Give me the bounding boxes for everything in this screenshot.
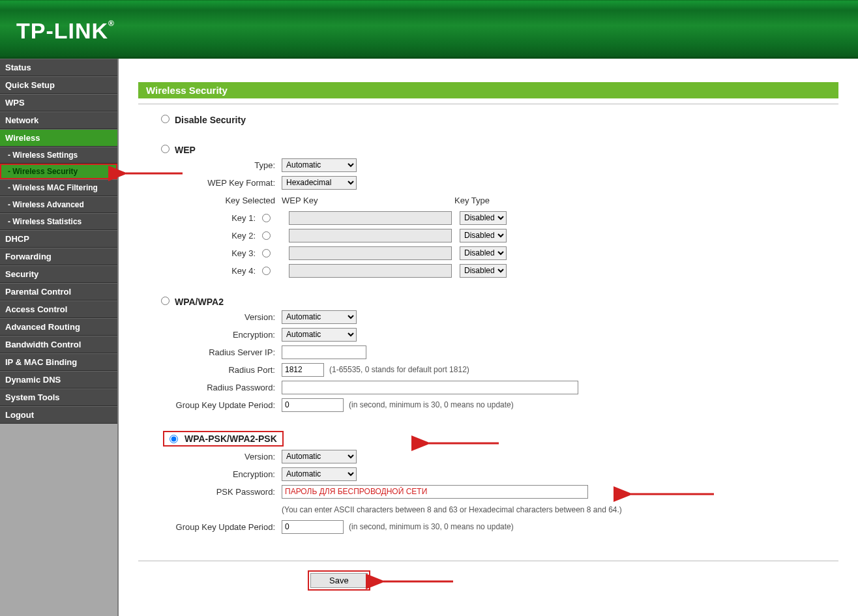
select-key2-type[interactable]: Disabled bbox=[460, 229, 507, 242]
nav-dhcp[interactable]: DHCP bbox=[0, 230, 117, 248]
nav-advanced-routing[interactable]: Advanced Routing bbox=[0, 318, 117, 336]
section-wep: WEP bbox=[175, 145, 196, 155]
hint-radius-port: (1-65535, 0 stands for default port 1812… bbox=[329, 365, 469, 374]
nav-wireless-mac-filtering[interactable]: - Wireless MAC Filtering bbox=[0, 179, 117, 196]
input-key2[interactable] bbox=[289, 229, 452, 242]
label-key-selected: Key Selected bbox=[138, 196, 282, 205]
label-key3: Key 3: bbox=[138, 248, 262, 258]
label-key2: Key 2: bbox=[138, 231, 262, 241]
nav-system-tools[interactable]: System Tools bbox=[0, 389, 117, 406]
input-key1[interactable] bbox=[289, 211, 452, 225]
input-key4[interactable] bbox=[289, 264, 452, 278]
save-button[interactable]: Save bbox=[310, 573, 368, 588]
sidebar: Status Quick Setup WPS Network Wireless … bbox=[0, 59, 119, 616]
nav-wireless-security[interactable]: - Wireless Security bbox=[0, 164, 117, 179]
brand-text: TP-LINK bbox=[16, 18, 108, 43]
input-psk-gkup[interactable] bbox=[282, 520, 344, 534]
input-radius-port[interactable] bbox=[282, 363, 324, 377]
section-wpa-psk: WPA-PSK/WPA2-PSK bbox=[185, 433, 277, 444]
header-key-type: Key Type bbox=[454, 196, 490, 205]
nav-network[interactable]: Network bbox=[0, 111, 117, 129]
section-wpa: WPA/WPA2 bbox=[175, 297, 224, 307]
label-key1: Key 1: bbox=[138, 213, 262, 223]
label-key4: Key 4: bbox=[138, 266, 262, 276]
input-key3[interactable] bbox=[289, 246, 452, 260]
nav-logout[interactable]: Logout bbox=[0, 406, 117, 424]
label-psk-password: PSK Password: bbox=[138, 487, 282, 497]
header-wep-key: WEP Key bbox=[282, 196, 454, 205]
nav-wireless[interactable]: Wireless bbox=[0, 129, 117, 147]
registered-icon: ® bbox=[108, 19, 115, 28]
nav-quick-setup[interactable]: Quick Setup bbox=[0, 76, 117, 94]
select-psk-encryption[interactable]: Automatic bbox=[282, 467, 357, 481]
radio-key1[interactable] bbox=[262, 214, 271, 222]
input-wpa-gkup[interactable] bbox=[282, 398, 344, 412]
label-wep-type: Type: bbox=[138, 160, 282, 170]
divider-bottom bbox=[138, 561, 838, 561]
divider bbox=[138, 104, 838, 104]
label-radius-password: Radius Password: bbox=[138, 383, 282, 392]
select-key1-type[interactable]: Disabled bbox=[460, 211, 507, 225]
input-radius-ip[interactable] bbox=[282, 345, 366, 359]
nav-security[interactable]: Security bbox=[0, 265, 117, 283]
label-wpa-gkup: Group Key Update Period: bbox=[138, 400, 282, 410]
label-psk-version: Version: bbox=[138, 452, 282, 462]
radio-key4[interactable] bbox=[262, 267, 271, 275]
select-wep-type[interactable]: Automatic bbox=[282, 158, 357, 172]
radio-wpa-psk[interactable] bbox=[170, 435, 178, 443]
label-wpa-version: Version: bbox=[138, 312, 282, 322]
select-wpa-version[interactable]: Automatic bbox=[282, 310, 357, 324]
input-radius-password[interactable] bbox=[282, 381, 578, 394]
select-psk-version[interactable]: Automatic bbox=[282, 450, 357, 463]
select-key4-type[interactable]: Disabled bbox=[460, 264, 507, 278]
label-wep-format: WEP Key Format: bbox=[138, 178, 282, 188]
radio-key2[interactable] bbox=[262, 231, 271, 240]
input-psk-password[interactable] bbox=[282, 485, 588, 499]
hint-psk-gkup: (in second, minimum is 30, 0 means no up… bbox=[349, 522, 514, 531]
radio-wpa[interactable] bbox=[161, 297, 170, 305]
highlight-save: Save bbox=[308, 570, 370, 591]
nav-ip-mac-binding[interactable]: IP & MAC Binding bbox=[0, 353, 117, 371]
nav-wireless-advanced[interactable]: - Wireless Advanced bbox=[0, 196, 117, 213]
nav-wps[interactable]: WPS bbox=[0, 94, 117, 111]
label-radius-ip: Radius Server IP: bbox=[138, 347, 282, 357]
label-radius-port: Radius Port: bbox=[138, 365, 282, 375]
select-key3-type[interactable]: Disabled bbox=[460, 246, 507, 260]
nav-status[interactable]: Status bbox=[0, 59, 117, 76]
select-wep-format[interactable]: Hexadecimal bbox=[282, 176, 357, 190]
nav-wireless-settings[interactable]: - Wireless Settings bbox=[0, 147, 117, 164]
label-psk-encryption: Encryption: bbox=[138, 469, 282, 479]
nav-parental-control[interactable]: Parental Control bbox=[0, 283, 117, 301]
radio-disable-security[interactable] bbox=[161, 115, 170, 123]
brand-logo: TP-LINK® bbox=[16, 20, 115, 42]
nav-dynamic-dns[interactable]: Dynamic DNS bbox=[0, 371, 117, 389]
nav-bandwidth-control[interactable]: Bandwidth Control bbox=[0, 336, 117, 353]
section-disable-security: Disable Security bbox=[175, 115, 246, 125]
page-title: Wireless Security bbox=[138, 82, 838, 98]
content-area: Wireless Security Disable Security WEP T… bbox=[119, 59, 858, 616]
select-wpa-encryption[interactable]: Automatic bbox=[282, 328, 357, 342]
label-wpa-encryption: Encryption: bbox=[138, 330, 282, 340]
nav-access-control[interactable]: Access Control bbox=[0, 301, 117, 318]
hint-wpa-gkup: (in second, minimum is 30, 0 means no up… bbox=[349, 400, 514, 409]
radio-key3[interactable] bbox=[262, 249, 271, 257]
radio-wep[interactable] bbox=[161, 145, 170, 153]
highlight-wpa-psk: WPA-PSK/WPA2-PSK bbox=[163, 431, 284, 447]
nav-wireless-statistics[interactable]: - Wireless Statistics bbox=[0, 213, 117, 230]
header-bar: TP-LINK® bbox=[0, 0, 858, 59]
nav-forwarding[interactable]: Forwarding bbox=[0, 248, 117, 265]
label-psk-gkup: Group Key Update Period: bbox=[138, 522, 282, 532]
hint-psk-password: (You can enter ASCII characters between … bbox=[282, 505, 622, 514]
